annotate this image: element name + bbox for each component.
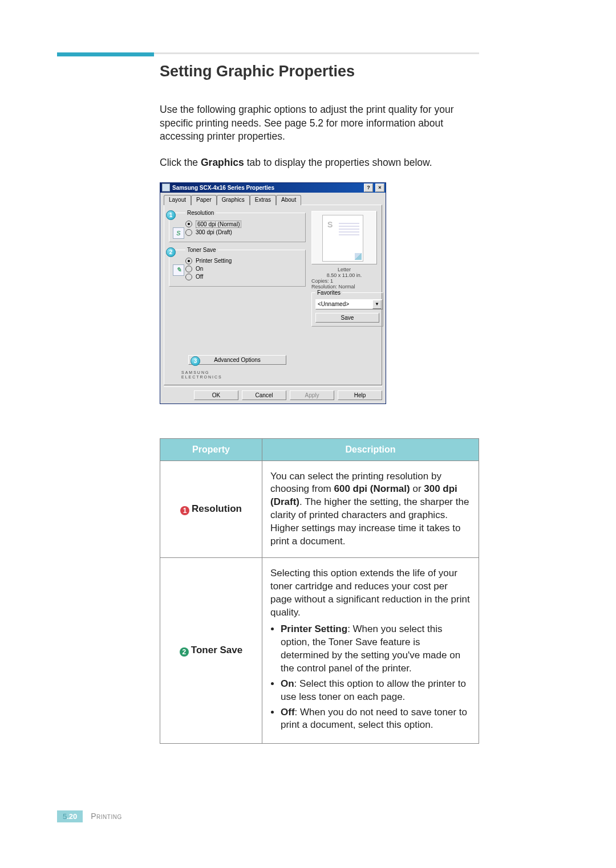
text: : When you do not need to save toner to … bbox=[281, 707, 467, 731]
radio-icon bbox=[185, 229, 192, 236]
graphics-bold: Graphics bbox=[201, 157, 244, 168]
preview-copies: Copies: 1 bbox=[311, 278, 377, 284]
dialog-buttons: OK Cancel Apply Help bbox=[164, 386, 382, 400]
preview-paper-name: Letter bbox=[311, 267, 377, 272]
radio-label: On bbox=[196, 266, 203, 272]
table-row: 1Resolution You can select the printing … bbox=[160, 461, 479, 558]
toner-save-list: Printer Setting: When you select this op… bbox=[270, 623, 471, 732]
description-toner-save: Selecting this option extends the life o… bbox=[262, 558, 479, 744]
preview-resolution: Resolution: Normal bbox=[311, 284, 377, 290]
save-favorites-button[interactable]: Save bbox=[315, 313, 379, 323]
header-description: Description bbox=[262, 438, 479, 461]
favorites-select[interactable]: <Unnamed> ▼ bbox=[315, 299, 383, 309]
property-name: Toner Save bbox=[191, 645, 242, 655]
text-bold: Printer Setting bbox=[281, 624, 347, 634]
property-table: Property Description 1Resolution You can… bbox=[160, 438, 479, 744]
circle-2-icon: 2 bbox=[180, 647, 189, 657]
printer-icon bbox=[162, 184, 170, 191]
callout-3: 3 bbox=[191, 356, 200, 366]
toner-save-legend: Toner Save bbox=[185, 247, 218, 253]
text: Click the bbox=[160, 157, 201, 168]
preview-meta: Letter 8.50 x 11.00 in. Copies: 1 Resolu… bbox=[311, 267, 377, 290]
advanced-row: 3 Advanced Options bbox=[169, 355, 306, 365]
dialog-title: Samsung SCX-4x16 Series Properties bbox=[172, 185, 362, 191]
radio-label: 600 dpi (Normal) bbox=[196, 221, 241, 228]
list-item: On: Select this option to allow the prin… bbox=[281, 678, 471, 704]
brand-sub: ELECTRONICS bbox=[181, 375, 306, 379]
chevron-down-icon: ▼ bbox=[372, 300, 382, 309]
brand-name: SAMSUNG bbox=[181, 370, 209, 374]
radio-icon bbox=[185, 221, 192, 227]
text: Selecting this option extends the life o… bbox=[270, 568, 470, 618]
radio-printer-setting[interactable]: Printer Setting bbox=[185, 258, 302, 264]
list-item: Off: When you do not need to save toner … bbox=[281, 706, 471, 732]
radio-icon bbox=[185, 274, 192, 280]
tab-strip: Layout Paper Graphics Extras About bbox=[164, 195, 382, 205]
radio-300dpi[interactable]: 300 dpi (Draft) bbox=[185, 229, 302, 236]
titlebar: Samsung SCX-4x16 Series Properties ? × bbox=[160, 183, 386, 193]
toner-save-group: Toner Save 2 ✎ Printer Setting On bbox=[169, 247, 306, 287]
text-bold: On bbox=[281, 678, 294, 689]
apply-button[interactable]: Apply bbox=[290, 390, 334, 400]
text: or bbox=[410, 483, 424, 494]
preview-paper-size: 8.50 x 11.00 in. bbox=[311, 272, 377, 278]
page-heading: Setting Graphic Properties bbox=[160, 63, 479, 80]
callout-2: 2 bbox=[166, 247, 176, 257]
page-number-box: 5.20 bbox=[57, 810, 83, 822]
tab-extras[interactable]: Extras bbox=[250, 195, 276, 205]
tab-layout[interactable]: Layout bbox=[164, 195, 191, 205]
table-row: 2Toner Save Selecting this option extend… bbox=[160, 558, 479, 744]
radio-icon bbox=[185, 266, 192, 272]
preview-page-icon: S bbox=[322, 215, 363, 262]
click-instruction: Click the Graphics tab to display the pr… bbox=[160, 156, 479, 170]
list-item: Printer Setting: When you select this op… bbox=[281, 623, 471, 675]
radio-label: Off bbox=[196, 274, 203, 280]
resolution-legend: Resolution bbox=[185, 210, 216, 216]
resolution-icon: S bbox=[173, 227, 184, 239]
resolution-group: Resolution 1 S 600 dpi (Normal) 300 dpi … bbox=[169, 210, 306, 242]
favorites-legend: Favorites bbox=[315, 290, 342, 296]
circle-1-icon: 1 bbox=[180, 506, 189, 515]
radio-on[interactable]: On bbox=[185, 266, 302, 272]
tab-panel: Resolution 1 S 600 dpi (Normal) 300 dpi … bbox=[164, 205, 382, 385]
property-resolution: 1Resolution bbox=[160, 461, 262, 558]
text: tab to display the properties shown belo… bbox=[244, 157, 432, 168]
intro-paragraph: Use the following graphic options to adj… bbox=[160, 103, 479, 144]
radio-label: 300 dpi (Draft) bbox=[196, 229, 232, 235]
section-label: Printing bbox=[91, 812, 121, 821]
page-number: 20 bbox=[69, 812, 77, 821]
page-preview: S bbox=[311, 211, 377, 264]
properties-dialog: Samsung SCX-4x16 Series Properties ? × L… bbox=[160, 182, 386, 404]
close-button[interactable]: × bbox=[375, 184, 384, 192]
tab-graphics[interactable]: Graphics bbox=[217, 195, 250, 205]
top-rule bbox=[57, 52, 479, 54]
description-resolution: You can select the printing resolution b… bbox=[262, 461, 479, 558]
callout-1: 1 bbox=[166, 210, 176, 220]
tab-paper[interactable]: Paper bbox=[191, 195, 217, 205]
brand-logo: SAMSUNG ELECTRONICS bbox=[169, 368, 306, 379]
favorites-group: Favorites <Unnamed> ▼ Save bbox=[311, 290, 383, 327]
radio-label: Printer Setting bbox=[196, 258, 232, 264]
property-toner-save: 2Toner Save bbox=[160, 558, 262, 744]
advanced-options-button[interactable]: Advanced Options bbox=[188, 355, 286, 365]
cancel-button[interactable]: Cancel bbox=[242, 390, 286, 400]
text-bold: Off bbox=[281, 707, 295, 718]
help-button[interactable]: ? bbox=[364, 184, 373, 192]
help-button-bottom[interactable]: Help bbox=[338, 390, 382, 400]
ok-button[interactable]: OK bbox=[194, 390, 238, 400]
radio-icon bbox=[185, 258, 192, 264]
toner-icon: ✎ bbox=[173, 264, 184, 276]
property-name: Resolution bbox=[192, 503, 242, 514]
radio-600dpi[interactable]: 600 dpi (Normal) bbox=[185, 221, 302, 228]
favorites-value: <Unnamed> bbox=[318, 301, 349, 307]
text: . The higher the setting, the sharper th… bbox=[270, 496, 469, 547]
text: : Select this option to allow the printe… bbox=[281, 678, 466, 702]
tab-about[interactable]: About bbox=[276, 195, 301, 205]
text-bold: 600 dpi (Normal) bbox=[334, 483, 410, 494]
header-property: Property bbox=[160, 438, 262, 461]
radio-off[interactable]: Off bbox=[185, 274, 302, 280]
page-footer: 5.20 Printing bbox=[57, 810, 122, 822]
